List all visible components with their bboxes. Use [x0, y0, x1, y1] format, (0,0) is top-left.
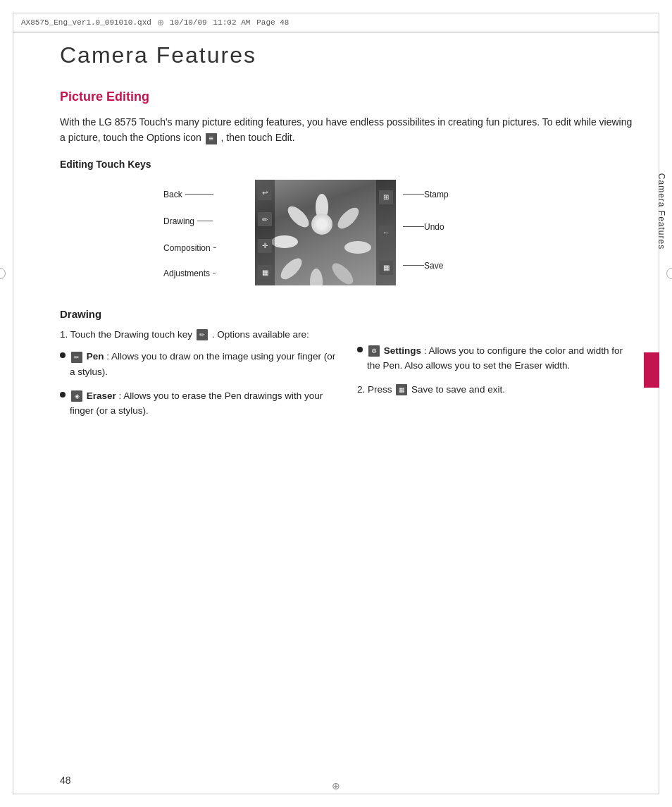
- petal-tr: [335, 204, 363, 233]
- diagram-image: [255, 180, 396, 285]
- step1-text: 1. Touch the Drawing touch key ✏ . Optio…: [60, 327, 336, 343]
- label-save: Save: [400, 261, 443, 271]
- line-save: [403, 265, 424, 266]
- drawing-left-column: Drawing 1. Touch the Drawing touch key ✏…: [60, 308, 336, 427]
- header-date: 10/10/09: [170, 18, 207, 27]
- bullet-dot-eraser: [60, 392, 66, 398]
- pen-icon: ✏: [71, 352, 82, 363]
- petal-bl: [278, 254, 306, 283]
- bullet-dot-pen: [60, 352, 66, 358]
- flower-center: [311, 214, 332, 235]
- drawing-icon: ✏: [258, 212, 272, 226]
- page-number: 48: [60, 775, 71, 786]
- diagram-full: Back Drawing Composition Adjustments: [163, 180, 530, 292]
- petal-br: [329, 259, 357, 285]
- petal-bottom: [310, 269, 323, 285]
- touch-keys-diagram: Back Drawing Composition Adjustments: [60, 180, 633, 292]
- intro-paragraph: With the LG 8575 Touch's many picture ed…: [60, 114, 633, 146]
- bottom-crosshair-icon: ⊕: [332, 780, 340, 791]
- label-drawing: Drawing: [163, 216, 213, 226]
- left-icon-strip: ↩ ✏ ✛ ▦: [255, 180, 275, 285]
- adjustments-icon: ▦: [258, 265, 272, 279]
- options-icon: [206, 133, 217, 144]
- main-content: Camera Features Picture Editing With the…: [60, 42, 633, 765]
- petal-left: [271, 235, 298, 248]
- left-labels: Back Drawing Composition Adjustments: [163, 180, 255, 285]
- header-time: 11:02 AM: [213, 18, 251, 27]
- step2-text: 2. Press ▦ Save to save and exit.: [357, 382, 633, 398]
- header-bar: AX8575_Eng_ver1.0_091010.qxd 10/10/09 11…: [13, 13, 659, 32]
- binding-hole-left: [0, 268, 6, 279]
- line-drawing: [197, 221, 213, 221]
- drawing-section: Drawing 1. Touch the Drawing touch key ✏…: [60, 308, 633, 427]
- header-filename: AX8575_Eng_ver1.0_091010.qxd: [21, 18, 151, 27]
- eraser-bullet: ◈ Eraser : Allows you to erase the Pen d…: [60, 388, 336, 419]
- label-back: Back: [163, 190, 213, 199]
- line-back: [185, 194, 213, 195]
- label-adjustments: Adjustments: [163, 269, 216, 278]
- sidebar-accent-bar: [644, 352, 659, 388]
- section-heading: Picture Editing: [60, 90, 633, 104]
- undo-icon: ←: [379, 226, 393, 240]
- petal-tl: [285, 203, 313, 231]
- label-composition: Composition: [163, 243, 216, 253]
- settings-icon: ⚙: [368, 345, 380, 357]
- line-composition: [213, 247, 216, 248]
- sidebar-label: Camera Features: [651, 141, 672, 282]
- drawing-right-column: ⚙ Settings : Allows you to configure the…: [357, 308, 633, 427]
- line-undo: [403, 226, 424, 227]
- drawing-heading: Drawing: [60, 308, 336, 320]
- eraser-icon: ◈: [71, 390, 82, 402]
- line-adjustments: [213, 273, 216, 273]
- right-labels: Stamp Undo Save: [396, 180, 487, 285]
- bullet-dot-settings: [357, 347, 363, 352]
- drawing-touch-icon: ✏: [197, 329, 208, 340]
- page-title: Camera Features: [60, 42, 633, 68]
- settings-bullet: ⚙ Settings : Allows you to configure the…: [357, 343, 633, 374]
- intro-text-main: With the LG 8575 Touch's many picture ed…: [60, 116, 632, 143]
- intro-text-suffix: , then touch Edit.: [221, 132, 295, 143]
- back-icon: ↩: [258, 186, 272, 200]
- pen-bullet: ✏ Pen : Allows you to draw on the image …: [60, 349, 336, 379]
- petal-right: [344, 241, 371, 254]
- save-icon-diagram: ▦: [379, 261, 393, 275]
- header-page: Page 48: [256, 18, 289, 27]
- right-icon-strip: ⊞ ← ▦: [376, 180, 396, 285]
- composition-icon: ✛: [258, 239, 272, 253]
- label-undo: Undo: [400, 222, 444, 232]
- label-stamp: Stamp: [400, 190, 449, 199]
- crosshair-icon: [156, 18, 166, 27]
- line-stamp: [403, 194, 424, 195]
- stamp-icon: ⊞: [379, 190, 393, 204]
- flower-visual: [290, 194, 354, 264]
- save-icon: ▦: [396, 384, 407, 395]
- editing-touch-keys-heading: Editing Touch Keys: [60, 159, 633, 170]
